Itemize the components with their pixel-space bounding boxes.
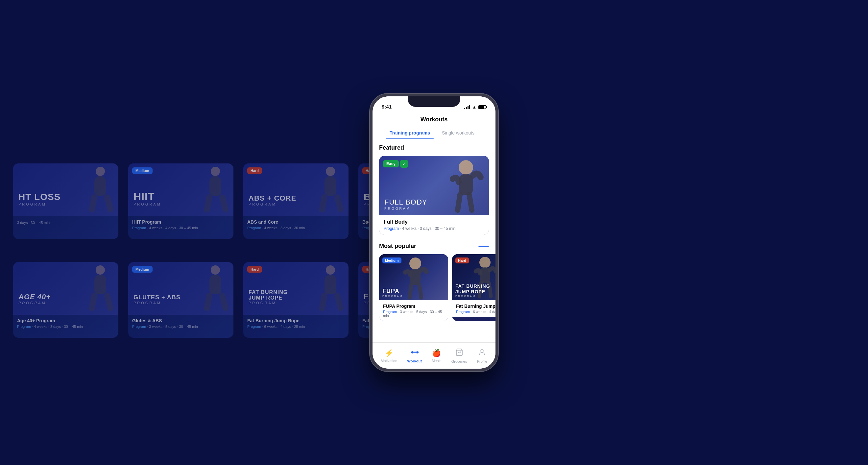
signal-bars — [464, 105, 470, 109]
featured-card[interactable]: Easy ✓ FULL BODY PROGRAM Full B — [379, 156, 489, 235]
fatburning-info-meta: Program · 6 weeks · 4 days · 25 min — [456, 310, 495, 314]
svg-point-0 — [459, 160, 473, 175]
motivation-label: Motivation — [381, 359, 397, 363]
page-title: Workouts — [379, 116, 489, 123]
featured-badge-container: Easy ✓ — [383, 160, 408, 168]
phone-frame: 9:41 ▲ Worko — [370, 94, 498, 371]
popular-card-fupa[interactable]: Medium FUPA PROGRAM FUPA Program Program… — [379, 254, 448, 321]
groceries-icon — [455, 348, 463, 358]
fatburning-card-info: Fat Burning Jump Rope Program · 6 weeks … — [452, 300, 495, 317]
wifi-icon: ▲ — [472, 104, 476, 110]
fupa-card-image: Medium FUPA PROGRAM — [379, 254, 448, 300]
featured-card-program-label: PROGRAM — [384, 207, 427, 211]
jumprope-badge: Hard — [247, 266, 262, 273]
workout-label: Workout — [407, 359, 422, 363]
nav-groceries[interactable]: Groceries — [447, 346, 472, 365]
bg-card-weight-loss: HT LOSSPROGRAM 3 days · 30 – 45 min — [13, 163, 118, 239]
status-icons: ▲ — [464, 104, 486, 110]
nav-meals[interactable]: 🍎 Meals — [427, 347, 446, 365]
svg-rect-8 — [412, 351, 417, 352]
svg-point-12 — [481, 349, 483, 352]
svg-point-4 — [479, 257, 491, 268]
check-badge: ✓ — [400, 160, 408, 168]
popular-more-indicator — [478, 246, 489, 247]
battery-icon — [478, 105, 486, 109]
nav-motivation[interactable]: ⚡ Motivation — [376, 347, 402, 365]
featured-title: Featured — [379, 144, 404, 151]
bottom-padding — [373, 323, 495, 330]
bg-card-hiit: Medium HIITPROGRAM HIIT Program Program … — [128, 163, 234, 239]
abs-badge: Hard — [247, 167, 262, 174]
meals-label: Meals — [432, 359, 441, 363]
barbell-svg — [411, 349, 418, 356]
motivation-icon: ⚡ — [385, 349, 394, 358]
profile-label: Profile — [477, 360, 487, 363]
groceries-label: Groceries — [452, 360, 467, 363]
tab-single[interactable]: Single workouts — [434, 127, 482, 139]
featured-athlete-svg — [423, 156, 489, 215]
bg-card-abs: Hard ABS + COREPROGRAM ABS and Core Prog… — [243, 163, 348, 239]
featured-info-title: Full Body — [384, 219, 484, 225]
featured-section: Featured — [373, 139, 495, 238]
bg-card-glutes: Medium GLUTES + ABSPROGRAM Glutes & ABS … — [128, 262, 234, 338]
profile-svg — [478, 348, 486, 356]
fupa-badge: Medium — [382, 257, 401, 264]
fupa-info-meta: Program · 3 weeks · 5 days · 30 – 45 min — [383, 310, 444, 318]
svg-rect-10 — [417, 351, 418, 353]
popular-header: Most popular — [379, 243, 489, 250]
fupa-card-info: FUPA Program Program · 3 weeks · 5 days … — [379, 300, 448, 321]
fatburning-badge: Hard — [455, 257, 469, 264]
featured-card-image: Easy ✓ FULL BODY PROGRAM — [379, 156, 489, 215]
featured-header: Featured — [379, 144, 489, 151]
status-time: 9:41 — [382, 104, 392, 110]
fatburning-card-image: Hard FAT BURNING JUMP ROPE PROGRAM — [452, 254, 495, 300]
featured-info-meta: Program · 4 weeks · 3 days · 30 – 45 min — [384, 226, 484, 231]
phone-screen: 9:41 ▲ Worko — [373, 96, 495, 369]
groceries-svg — [455, 348, 463, 356]
tab-training[interactable]: Training programs — [386, 127, 434, 139]
nav-workout[interactable]: Workout — [402, 347, 426, 365]
easy-badge: Easy — [383, 160, 399, 167]
app-header: Workouts Training programs Single workou… — [373, 112, 495, 139]
bottom-nav: ⚡ Motivation Workout — [373, 342, 495, 369]
hiit-badge: Medium — [132, 167, 153, 174]
popular-card-fatburning[interactable]: Hard FAT BURNING JUMP ROPE PROGRAM Fat B… — [452, 254, 495, 321]
popular-title: Most popular — [379, 243, 416, 250]
workout-icon — [411, 349, 418, 358]
svg-point-2 — [409, 257, 421, 269]
featured-card-text: FULL BODY PROGRAM — [384, 198, 427, 211]
fupa-card-title: FUPA PROGRAM — [382, 288, 403, 298]
glutes-badge: Medium — [132, 266, 153, 273]
popular-section: Most popular — [373, 238, 495, 254]
bg-card-age40: Age 40+PROGRAM Age 40+ Program Program ·… — [13, 262, 118, 338]
featured-card-name: FULL BODY — [384, 198, 427, 206]
profile-icon — [478, 348, 486, 358]
popular-grid[interactable]: Medium FUPA PROGRAM FUPA Program Program… — [373, 254, 495, 323]
fatburning-card-title: FAT BURNING JUMP ROPE PROGRAM — [455, 283, 490, 298]
bg-card-jumprope: Hard FAT BURNINGJUMP ROPEPROGRAM Fat Bur… — [243, 262, 348, 338]
meals-icon: 🍎 — [432, 349, 441, 358]
tabs-container: Training programs Single workouts — [386, 127, 482, 139]
nav-profile[interactable]: Profile — [472, 346, 492, 365]
app-content[interactable]: Workouts Training programs Single workou… — [373, 112, 495, 342]
phone-notch — [408, 96, 460, 107]
featured-card-info: Full Body Program · 4 weeks · 3 days · 3… — [379, 215, 489, 235]
